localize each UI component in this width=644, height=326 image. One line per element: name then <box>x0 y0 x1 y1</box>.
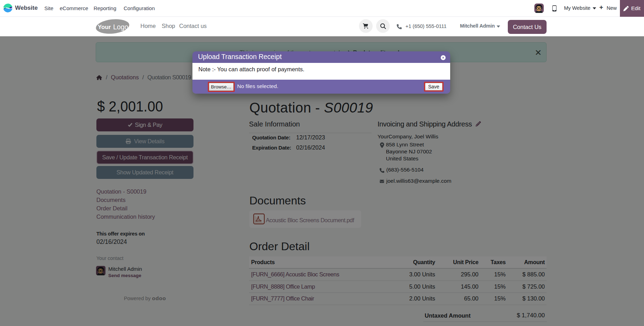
svg-text:Your: Your <box>98 24 111 30</box>
svg-text:Logo: Logo <box>113 23 129 31</box>
